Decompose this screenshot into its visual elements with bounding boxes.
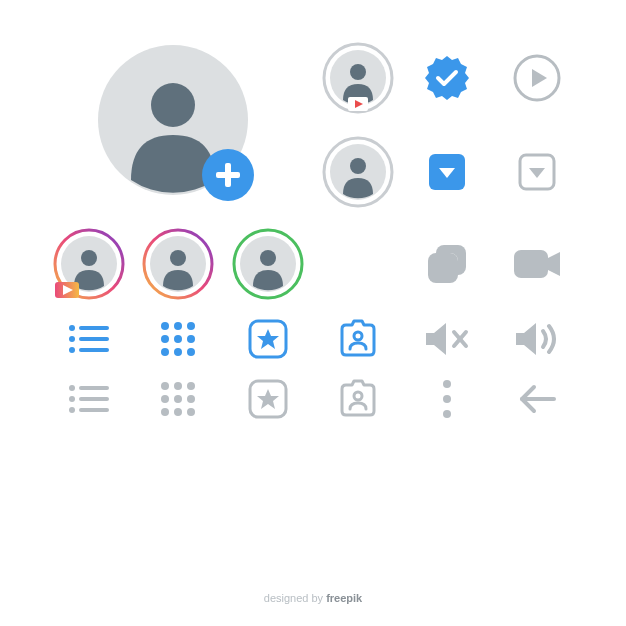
attribution-prefix: designed by [264,592,326,604]
avatar-video[interactable] [322,42,394,114]
svg-rect-53 [79,408,109,412]
svg-point-12 [350,158,366,174]
svg-point-39 [174,335,182,343]
svg-rect-27 [428,253,458,283]
svg-point-42 [174,348,182,356]
star-blue-icon[interactable] [247,318,289,360]
svg-rect-28 [514,250,548,278]
svg-point-36 [174,322,182,330]
svg-point-43 [187,348,195,356]
list-view-blue-icon[interactable] [68,324,110,354]
contact-blue-icon[interactable] [336,319,380,359]
attribution: designed by freepik [0,592,626,604]
svg-point-64 [354,392,362,400]
speaker-icon[interactable] [514,321,560,357]
svg-point-50 [69,396,75,402]
carousel-icon [424,241,470,287]
svg-point-52 [69,407,75,413]
svg-point-1 [151,83,195,127]
contact-gray-icon[interactable] [336,379,380,419]
svg-point-58 [174,395,182,403]
svg-point-59 [187,395,195,403]
svg-point-56 [187,382,195,390]
svg-point-57 [161,395,169,403]
avatar-story-gradient[interactable] [142,228,214,300]
svg-rect-49 [79,386,109,390]
camera-icon[interactable] [512,244,562,284]
svg-rect-51 [79,397,109,401]
svg-point-60 [161,408,169,416]
svg-rect-30 [79,326,109,330]
svg-point-24 [260,250,276,266]
svg-point-62 [187,408,195,416]
svg-point-38 [161,335,169,343]
svg-point-54 [161,382,169,390]
grid-view-blue-icon[interactable] [160,321,196,357]
svg-rect-4 [225,163,231,187]
list-view-gray-icon[interactable] [68,384,110,414]
svg-rect-32 [79,337,109,341]
avatar-story-green[interactable] [232,228,304,300]
svg-point-61 [174,408,182,416]
svg-point-66 [443,395,451,403]
attribution-brand: freepik [326,592,362,604]
svg-point-21 [170,250,186,266]
svg-point-35 [161,322,169,330]
star-gray-icon[interactable] [247,378,289,420]
avatar-plain[interactable] [322,136,394,208]
svg-point-37 [187,322,195,330]
svg-rect-34 [79,348,109,352]
svg-point-7 [350,64,366,80]
svg-point-55 [174,382,182,390]
svg-point-33 [69,347,75,353]
dropdown-blue-icon[interactable] [427,152,467,192]
play-circle-icon[interactable] [513,54,561,102]
icon-set-grid [50,40,576,420]
verified-badge-icon [423,54,471,102]
svg-point-41 [161,348,169,356]
mute-icon[interactable] [424,321,470,357]
svg-point-40 [187,335,195,343]
svg-point-48 [69,385,75,391]
back-arrow-icon[interactable] [516,383,558,415]
dropdown-gray-icon[interactable] [517,152,557,192]
avatar-story-gradient-video[interactable] [53,228,125,300]
svg-point-31 [69,336,75,342]
grid-view-gray-icon[interactable] [160,381,196,417]
svg-point-65 [443,380,451,388]
svg-point-45 [354,332,362,340]
svg-point-29 [69,325,75,331]
avatar-large-add[interactable] [93,40,263,210]
svg-point-67 [443,410,451,418]
more-vertical-icon[interactable] [441,379,453,419]
svg-point-17 [81,250,97,266]
